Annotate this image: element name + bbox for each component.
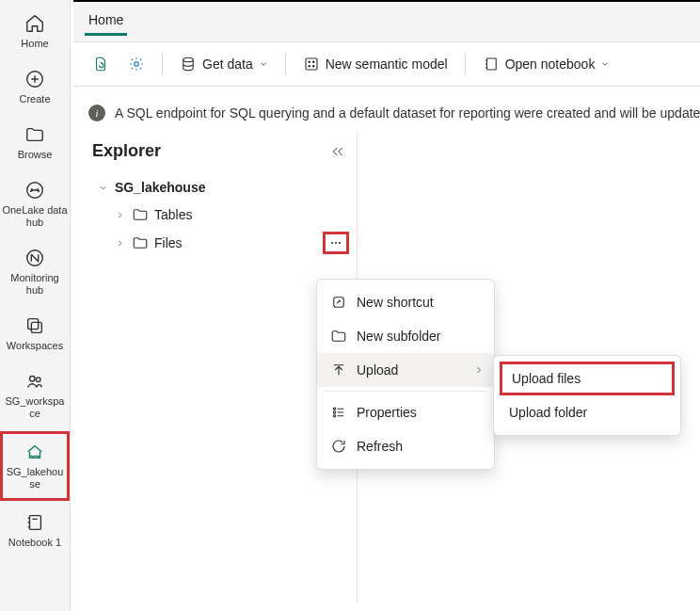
svg-rect-4 bbox=[31, 322, 41, 332]
tree-tables-label: Tables bbox=[154, 207, 192, 222]
svg-rect-19 bbox=[334, 297, 344, 308]
open-notebook-label: Open notebook bbox=[505, 56, 596, 72]
toolbar-separator bbox=[465, 53, 466, 75]
toolbar-separator bbox=[285, 53, 286, 75]
svg-point-22 bbox=[333, 415, 335, 417]
context-menu: New shortcut New subfolder Upload Proper… bbox=[316, 279, 495, 470]
tree-root-lakehouse[interactable]: SG_lakehouse bbox=[92, 174, 349, 201]
new-semantic-model-button[interactable]: New semantic model bbox=[295, 52, 455, 76]
nav-notebook-label: Notebook 1 bbox=[8, 537, 61, 549]
nav-home-label: Home bbox=[21, 38, 48, 50]
toolbar: Get data New semantic model Open noteboo… bbox=[73, 41, 700, 87]
svg-point-17 bbox=[335, 242, 337, 244]
svg-point-13 bbox=[309, 66, 310, 68]
submenu-upload-folder-label: Upload folder bbox=[509, 405, 587, 420]
svg-rect-7 bbox=[30, 516, 41, 530]
upload-submenu: Upload files Upload folder bbox=[493, 355, 681, 436]
gear-icon bbox=[128, 56, 145, 72]
get-data-button[interactable]: Get data bbox=[172, 52, 276, 76]
tree-node-files[interactable]: Files bbox=[92, 229, 349, 257]
svg-point-16 bbox=[331, 242, 333, 244]
svg-rect-3 bbox=[28, 319, 39, 330]
svg-point-12 bbox=[312, 61, 314, 63]
nav-sg-workspace-label: SG_workspa ce bbox=[2, 395, 68, 420]
nav-create-label: Create bbox=[19, 93, 50, 105]
nav-monitoring-label: Monitoring hub bbox=[2, 272, 68, 297]
nav-onelake[interactable]: OneLake data hub bbox=[0, 172, 70, 236]
folder-icon bbox=[23, 122, 47, 147]
get-data-label: Get data bbox=[202, 56, 253, 72]
nav-browse[interactable]: Browse bbox=[0, 117, 70, 169]
open-notebook-button[interactable]: Open notebook bbox=[475, 52, 618, 76]
nav-sg-lakehouse[interactable]: SG_lakehou se bbox=[0, 431, 70, 501]
nav-onelake-label: OneLake data hub bbox=[2, 204, 68, 229]
svg-point-18 bbox=[339, 242, 341, 244]
model-icon bbox=[303, 56, 320, 72]
nav-create[interactable]: Create bbox=[0, 61, 70, 113]
svg-rect-15 bbox=[486, 58, 496, 70]
nav-sg-workspace[interactable]: SG_workspa ce bbox=[0, 363, 70, 427]
menu-refresh-label: Refresh bbox=[357, 439, 403, 454]
info-icon: i bbox=[88, 105, 105, 121]
info-text: A SQL endpoint for SQL querying and a de… bbox=[115, 105, 700, 121]
nav-workspaces[interactable]: Workspaces bbox=[0, 308, 70, 360]
svg-point-8 bbox=[135, 62, 139, 67]
chevron-down-icon bbox=[96, 183, 109, 193]
menu-upload-label: Upload bbox=[357, 362, 398, 378]
notebook-icon bbox=[23, 510, 47, 535]
new-model-label: New semantic model bbox=[326, 56, 448, 72]
home-icon bbox=[23, 11, 47, 36]
tree-node-tables[interactable]: Tables bbox=[92, 201, 349, 229]
refresh-doc-icon bbox=[92, 56, 109, 72]
chevron-right-icon bbox=[113, 238, 126, 249]
svg-point-5 bbox=[30, 377, 36, 382]
lakehouse-icon bbox=[23, 440, 47, 464]
menu-refresh[interactable]: Refresh bbox=[317, 429, 494, 463]
submenu-upload-files[interactable]: Upload files bbox=[500, 362, 675, 395]
svg-rect-10 bbox=[306, 58, 317, 70]
menu-new-subfolder-label: New subfolder bbox=[357, 329, 441, 344]
left-nav-rail: Home Create Browse OneLake data hub Moni… bbox=[0, 0, 71, 611]
people-icon bbox=[23, 369, 47, 394]
nav-notebook[interactable]: Notebook 1 bbox=[0, 505, 70, 556]
collapse-icon[interactable] bbox=[330, 144, 345, 159]
shortcut-icon bbox=[330, 294, 347, 311]
chevron-down-icon bbox=[600, 59, 610, 69]
folder-icon bbox=[330, 328, 347, 345]
chevron-right-icon bbox=[113, 210, 126, 220]
explorer-title: Explorer bbox=[92, 141, 161, 161]
submenu-upload-folder[interactable]: Upload folder bbox=[494, 395, 680, 429]
chevron-right-icon bbox=[473, 364, 485, 376]
menu-new-shortcut[interactable]: New shortcut bbox=[317, 285, 494, 319]
menu-upload[interactable]: Upload bbox=[317, 353, 494, 387]
submenu-upload-files-label: Upload files bbox=[512, 371, 581, 386]
explorer-tree: SG_lakehouse Tables Files bbox=[85, 174, 357, 257]
more-actions-button[interactable] bbox=[323, 232, 349, 254]
nav-home[interactable]: Home bbox=[0, 6, 70, 57]
tab-home-label: Home bbox=[88, 12, 123, 27]
database-icon bbox=[180, 56, 197, 72]
onelake-icon bbox=[23, 178, 47, 202]
notebook-icon bbox=[483, 56, 500, 72]
tree-files-label: Files bbox=[154, 235, 183, 250]
folder-icon bbox=[132, 206, 149, 223]
menu-separator bbox=[325, 391, 486, 392]
menu-properties-label: Properties bbox=[357, 405, 417, 420]
properties-icon bbox=[330, 404, 347, 421]
workspaces-icon bbox=[23, 314, 47, 338]
refresh-schema-button[interactable] bbox=[85, 52, 117, 76]
tab-home[interactable]: Home bbox=[85, 8, 127, 36]
tree-root-label: SG_lakehouse bbox=[115, 180, 206, 195]
menu-new-shortcut-label: New shortcut bbox=[357, 295, 434, 310]
menu-properties[interactable]: Properties bbox=[317, 395, 494, 429]
settings-button[interactable] bbox=[120, 52, 152, 76]
nav-monitoring[interactable]: Monitoring hub bbox=[0, 240, 70, 304]
plus-circle-icon bbox=[23, 67, 47, 91]
toolbar-separator bbox=[162, 53, 163, 75]
folder-icon bbox=[132, 234, 149, 251]
svg-point-21 bbox=[333, 411, 335, 413]
svg-point-9 bbox=[183, 57, 194, 62]
menu-new-subfolder[interactable]: New subfolder bbox=[317, 319, 494, 353]
nav-sg-lakehouse-label: SG_lakehou se bbox=[5, 466, 65, 490]
svg-point-20 bbox=[333, 408, 335, 410]
